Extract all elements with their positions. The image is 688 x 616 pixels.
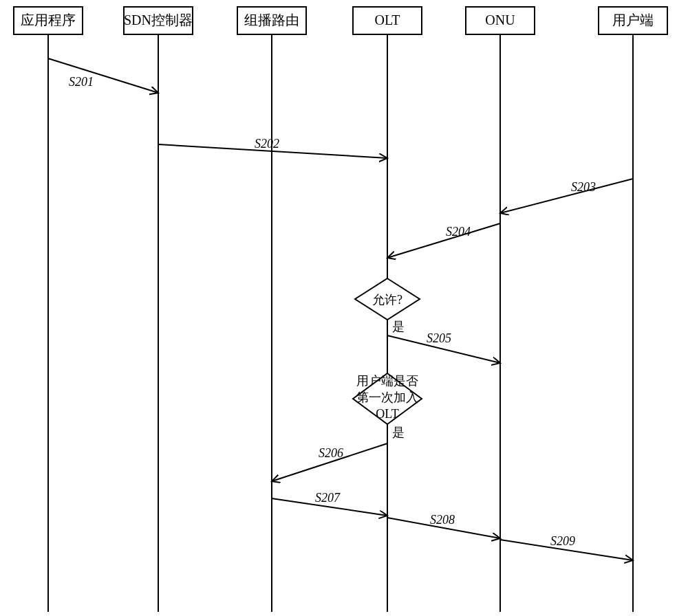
msg-s204-arrow — [387, 223, 500, 258]
decision-firstjoin-line3: OLT — [376, 407, 398, 421]
msg-s203-arrow — [500, 179, 633, 213]
lifeline-olt-label: OLT — [374, 12, 400, 28]
msg-s209-label: S209 — [550, 534, 575, 548]
lifeline-app: 应用程序 — [14, 7, 83, 612]
msg-s205-label: S205 — [427, 331, 451, 345]
decision-allow-text: 允许? — [372, 293, 402, 307]
msg-s204-label: S204 — [446, 225, 471, 239]
msg-s201-label: S201 — [69, 75, 94, 89]
lifeline-sdn-label: SDN控制器 — [124, 12, 193, 28]
lifeline-client: 用户端 — [599, 7, 667, 612]
decision-firstjoin-yes: 是 — [392, 426, 405, 439]
lifeline-onu-label: ONU — [485, 12, 515, 28]
msg-s203-label: S203 — [571, 180, 596, 194]
msg-s206-label: S206 — [319, 446, 343, 460]
lifeline-onu: ONU — [466, 7, 535, 612]
msg-s207-label: S207 — [315, 491, 341, 505]
decision-allow-yes: 是 — [392, 320, 405, 333]
decision-firstjoin-line2: 第一次加入 — [356, 390, 418, 404]
decision-firstjoin-line1: 用户端是否 — [356, 374, 418, 388]
msg-s202-label: S202 — [255, 137, 279, 151]
msg-s201-arrow — [48, 58, 158, 93]
lifeline-mroute: 组播路由 — [237, 7, 306, 612]
msg-s208-label: S208 — [430, 513, 455, 527]
lifeline-app-label: 应用程序 — [21, 12, 76, 28]
lifeline-client-label: 用户端 — [612, 12, 654, 28]
sequence-diagram: 应用程序 SDN控制器 组播路由 OLT ONU 用户端 S201 S202 S… — [0, 0, 688, 616]
lifeline-mroute-label: 组播路由 — [244, 12, 299, 28]
lifeline-sdn: SDN控制器 — [124, 7, 193, 612]
